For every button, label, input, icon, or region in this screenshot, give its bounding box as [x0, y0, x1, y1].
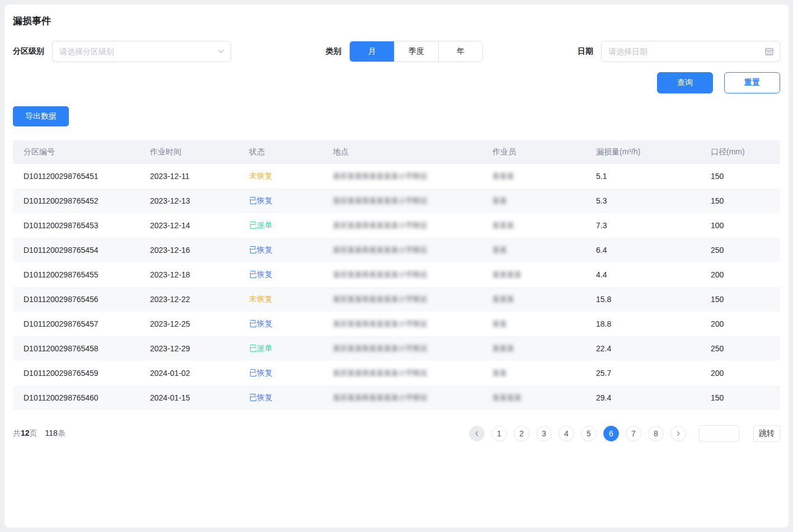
category-tab[interactable]: 月: [350, 41, 394, 62]
leak-events-table-wrap: 分区编号作业时间状态地点作业员漏损量(m³/h)口径(mm) D10112002…: [13, 140, 780, 410]
cell-leak-rate: 5.3: [585, 189, 700, 213]
total-items-value: 118: [45, 429, 58, 437]
cell-operator: 某某某某: [482, 385, 585, 410]
jump-button[interactable]: 跳转: [753, 425, 780, 442]
cell-diameter: 100: [700, 213, 780, 238]
cell-location: 某区某某路某某某某小学附近: [322, 238, 482, 262]
cell-zone-id: D1011200298765453: [13, 213, 139, 238]
leak-events-panel: 漏损事件 分区级别 类别 月季度年 日期: [4, 4, 789, 528]
page-button-7[interactable]: 7: [626, 426, 641, 441]
cell-status: 已恢复: [238, 238, 322, 262]
query-button[interactable]: 查询: [657, 72, 713, 93]
cell-leak-rate: 7.3: [585, 213, 700, 238]
category-label: 类别: [326, 46, 341, 57]
cell-work-time: 2023-12-18: [139, 262, 238, 287]
cell-work-time: 2024-01-02: [139, 361, 238, 385]
cell-diameter: 200: [700, 312, 780, 336]
cell-diameter: 150: [700, 385, 780, 410]
cell-diameter: 200: [700, 361, 780, 385]
jump-page-input[interactable]: [699, 425, 739, 442]
date-picker[interactable]: [601, 41, 780, 62]
date-filter: 日期: [578, 41, 780, 62]
column-header: 口径(mm): [700, 140, 780, 164]
cell-zone-id: D1011200298765451: [13, 164, 139, 189]
zone-level-select-input[interactable]: [52, 41, 231, 62]
cell-status: 已恢复: [238, 262, 322, 287]
cell-diameter: 150: [700, 189, 780, 213]
pagination-summary: 共12页118条: [13, 429, 65, 439]
cell-leak-rate: 5.1: [585, 164, 700, 189]
date-picker-input[interactable]: [601, 41, 780, 62]
page-button-6[interactable]: 6: [603, 426, 619, 441]
cell-operator: 某某: [482, 238, 585, 262]
cell-diameter: 250: [700, 238, 780, 262]
cell-operator: 某某某: [482, 213, 585, 238]
category-filter: 类别 月季度年: [326, 41, 483, 62]
table-row: D10112002987654592024-01-02已恢复某区某某路某某某某小…: [13, 361, 780, 385]
cell-status: 未恢复: [238, 287, 322, 312]
chevron-right-icon: [675, 430, 682, 437]
table-row: D10112002987654512023-12-11未恢复某区某某路某某某某小…: [13, 164, 780, 189]
cell-status: 已恢复: [238, 385, 322, 410]
zone-level-select[interactable]: [52, 41, 231, 62]
cell-zone-id: D1011200298765460: [13, 385, 139, 410]
cell-work-time: 2024-01-15: [139, 385, 238, 410]
page-button-5[interactable]: 5: [581, 426, 597, 441]
page-button-8[interactable]: 8: [648, 426, 664, 441]
cell-operator: 某某某: [482, 287, 585, 312]
cell-operator: 某某某: [482, 336, 585, 361]
date-label: 日期: [578, 46, 593, 57]
table-body: D10112002987654512023-12-11未恢复某区某某路某某某某小…: [13, 164, 780, 410]
cell-location: 某区某某路某某某某小学附近: [322, 385, 482, 410]
table-row: D10112002987654602024-01-15已恢复某区某某路某某某某小…: [13, 385, 780, 410]
column-header: 作业时间: [139, 140, 238, 164]
category-tab[interactable]: 年: [438, 41, 482, 62]
table-row: D10112002987654542023-12-16已恢复某区某某路某某某某小…: [13, 238, 780, 262]
page-button-2[interactable]: 2: [514, 426, 529, 441]
table-row: D10112002987654552023-12-18已恢复某区某某路某某某某小…: [13, 262, 780, 287]
cell-diameter: 250: [700, 336, 780, 361]
category-tab[interactable]: 季度: [394, 41, 438, 62]
cell-operator: 某某: [482, 189, 585, 213]
cell-zone-id: D1011200298765459: [13, 361, 139, 385]
table-row: D10112002987654582023-12-29已派单某区某某路某某某某小…: [13, 336, 780, 361]
cell-zone-id: D1011200298765455: [13, 262, 139, 287]
cell-status: 已恢复: [238, 312, 322, 336]
table-row: D10112002987654562023-12-22未恢复某区某某路某某某某小…: [13, 287, 780, 312]
cell-work-time: 2023-12-14: [139, 213, 238, 238]
cell-location: 某区某某路某某某某小学附近: [322, 164, 482, 189]
pager: 12345678 跳转: [469, 425, 780, 442]
page-button-1[interactable]: 1: [491, 426, 507, 441]
cell-location: 某区某某路某某某某小学附近: [322, 312, 482, 336]
cell-zone-id: D1011200298765454: [13, 238, 139, 262]
page-button-3[interactable]: 3: [536, 426, 552, 441]
page-title: 漏损事件: [13, 15, 780, 27]
cell-status: 已派单: [238, 336, 322, 361]
filter-row: 分区级别 类别 月季度年 日期: [13, 41, 780, 62]
cell-zone-id: D1011200298765452: [13, 189, 139, 213]
cell-work-time: 2023-12-16: [139, 238, 238, 262]
chevron-left-icon: [473, 430, 480, 437]
cell-leak-rate: 4.4: [585, 262, 700, 287]
pager-pages: 12345678: [491, 426, 664, 441]
cell-status: 已恢复: [238, 361, 322, 385]
cell-zone-id: D1011200298765457: [13, 312, 139, 336]
cell-work-time: 2023-12-22: [139, 287, 238, 312]
cell-leak-rate: 22.4: [585, 336, 700, 361]
column-header: 地点: [322, 140, 482, 164]
page-button-4[interactable]: 4: [559, 426, 574, 441]
cell-location: 某区某某路某某某某小学附近: [322, 336, 482, 361]
column-header: 作业员: [482, 140, 585, 164]
cell-operator: 某某某: [482, 164, 585, 189]
next-page-button[interactable]: [670, 426, 686, 441]
table-header-row: 分区编号作业时间状态地点作业员漏损量(m³/h)口径(mm): [13, 140, 780, 164]
zone-level-label: 分区级别: [13, 46, 44, 57]
prev-page-button[interactable]: [469, 426, 485, 441]
export-data-button[interactable]: 导出数据: [13, 106, 69, 126]
zone-level-filter: 分区级别: [13, 41, 231, 62]
reset-button[interactable]: 重置: [724, 72, 780, 93]
cell-diameter: 150: [700, 164, 780, 189]
cell-work-time: 2023-12-11: [139, 164, 238, 189]
cell-leak-rate: 29.4: [585, 385, 700, 410]
column-header: 漏损量(m³/h): [585, 140, 700, 164]
